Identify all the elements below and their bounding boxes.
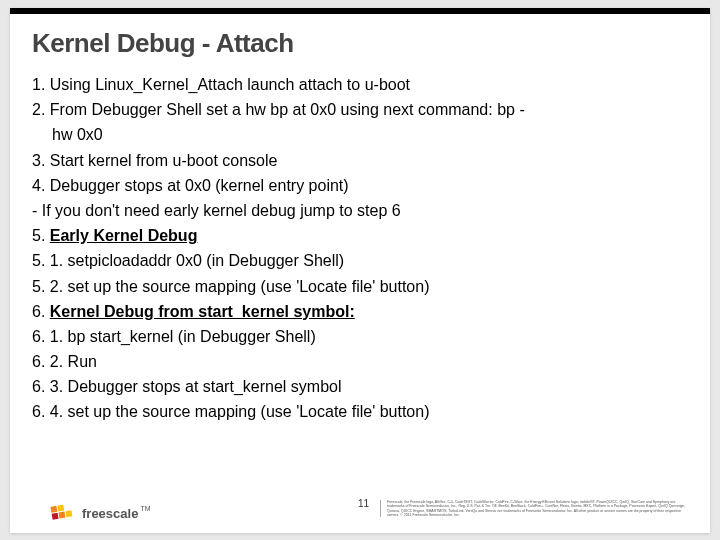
svg-rect-4 [65,510,72,517]
slide-content: 1. Using Linux_Kernel_Attach launch atta… [10,59,710,424]
step-5: 5. Early Kernel Debug [32,224,682,247]
slide: Kernel Debug - Attach 1. Using Linux_Ker… [10,8,710,533]
freescale-logo-icon [50,503,76,523]
step-4: 4. Debugger stops at 0x0 (kernel entry p… [32,174,682,197]
step-6-4: 6. 4. set up the source mapping (use 'Lo… [32,400,682,423]
step-6-3: 6. 3. Debugger stops at start_kernel sym… [32,375,682,398]
step-5-1: 5. 1. setpicloadaddr 0x0 (in Debugger Sh… [32,249,682,272]
freescale-logo-text: freescale [82,506,138,521]
step-5-num: 5. [32,227,50,244]
svg-rect-1 [57,505,64,512]
step-6-1: 6. 1. bp start_kernel (in Debugger Shell… [32,325,682,348]
svg-rect-2 [52,513,59,520]
slide-title: Kernel Debug - Attach [10,14,710,59]
step-5-heading: Early Kernel Debug [50,227,198,244]
svg-rect-0 [50,506,57,513]
legal-text: Freescale, the Freescale logo, AltiVec, … [380,500,687,517]
slide-footer: freescale TM 11 Freescale, the Freescale… [10,503,710,523]
step-6-heading: Kernel Debug from start_kernel symbol: [50,303,355,320]
svg-rect-3 [59,512,66,519]
page-number: 11 [358,498,369,509]
step-6-2: 6. 2. Run [32,350,682,373]
step-1: 1. Using Linux_Kernel_Attach launch atta… [32,73,682,96]
trademark-symbol: TM [140,505,150,512]
freescale-logo: freescale TM [50,503,151,523]
step-dash: If you don't need early kernel debug jum… [32,199,682,222]
step-3: 3. Start kernel from u-boot console [32,149,682,172]
step-2: 2. From Debugger Shell set a hw bp at 0x… [32,98,682,121]
step-5-2: 5. 2. set up the source mapping (use 'Lo… [32,275,682,298]
step-6-num: 6. [32,303,50,320]
step-dash-text: If you don't need early kernel debug jum… [42,202,401,219]
step-2-cont: hw 0x0 [32,123,682,146]
step-6: 6. Kernel Debug from start_kernel symbol… [32,300,682,323]
